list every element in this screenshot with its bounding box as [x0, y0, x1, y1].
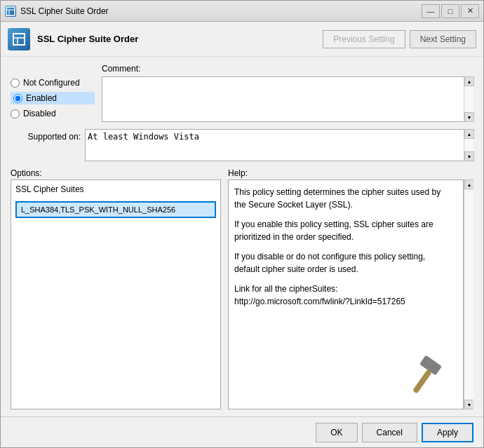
- supported-scroll-track: [464, 139, 473, 151]
- svg-rect-7: [412, 369, 432, 394]
- comment-section: Comment: ▲ ▼: [102, 64, 473, 122]
- window-controls: — □ ✕: [422, 4, 479, 18]
- svg-rect-3: [13, 34, 25, 45]
- ok-button[interactable]: OK: [316, 423, 357, 442]
- content-area: Not Configured Enabled Disabled Comment:…: [1, 57, 483, 416]
- supported-scroll-up[interactable]: ▲: [464, 129, 474, 139]
- help-panel: This policy setting determines the ciphe…: [228, 179, 473, 409]
- supported-textarea: [85, 129, 473, 161]
- footer: OK Cancel Apply: [1, 416, 483, 447]
- section-titles-row: Options: Help:: [11, 168, 473, 178]
- header-title: SSL Cipher Suite Order: [37, 34, 316, 44]
- help-scrollbar: ▲ ▼: [464, 179, 473, 409]
- supported-section: Supported on: ▲ ▼ // Populate supported …: [11, 129, 473, 161]
- supported-label: Supported on:: [11, 129, 81, 142]
- options-title-wrapper: Options:: [11, 168, 221, 178]
- options-panel: SSL Cipher Suites L_SHA384,TLS_PSK_WITH_…: [11, 179, 221, 409]
- options-content: SSL Cipher Suites L_SHA384,TLS_PSK_WITH_…: [11, 179, 221, 409]
- cipher-suites-label: SSL Cipher Suites: [15, 184, 216, 194]
- title-bar: SSL Cipher Suite Order — □ ✕: [1, 1, 483, 22]
- help-title-wrapper: Help:: [228, 168, 473, 178]
- disabled-label: Disabled: [23, 109, 56, 118]
- not-configured-label: Not Configured: [23, 78, 80, 88]
- close-button[interactable]: ✕: [461, 4, 479, 18]
- help-title: Help:: [228, 168, 248, 178]
- title-bar-left: SSL Cipher Suite Order: [5, 6, 109, 17]
- svg-rect-0: [6, 7, 15, 15]
- window-title: SSL Cipher Suite Order: [20, 6, 109, 16]
- disabled-radio[interactable]: [11, 109, 20, 118]
- help-content-wrapper: This policy setting determines the ciphe…: [228, 179, 473, 409]
- apply-button[interactable]: Apply: [422, 423, 473, 442]
- comment-wrapper: ▲ ▼: [102, 76, 473, 122]
- comment-scroll-up[interactable]: ▲: [464, 76, 474, 86]
- comment-scrollbar: ▲ ▼: [464, 76, 473, 122]
- disabled-radio-label[interactable]: Disabled: [11, 109, 95, 118]
- help-scroll-down[interactable]: ▼: [464, 400, 473, 409]
- comment-scroll-down[interactable]: ▼: [464, 112, 474, 122]
- minimize-button[interactable]: —: [422, 4, 440, 18]
- supported-wrapper: ▲ ▼ // Populate supported textarea docum…: [85, 129, 473, 161]
- enabled-radio[interactable]: [13, 94, 22, 103]
- help-para2: If you enable this policy setting, SSL c…: [234, 218, 449, 243]
- maximize-button[interactable]: □: [441, 4, 459, 18]
- supported-scrollbar: ▲ ▼: [464, 129, 473, 161]
- not-configured-radio[interactable]: [11, 79, 20, 88]
- previous-setting-button[interactable]: Previous Setting: [323, 30, 405, 48]
- header-bar: SSL Cipher Suite Order Previous Setting …: [1, 22, 483, 57]
- help-para3: If you disable or do not configure this …: [234, 250, 449, 276]
- help-scroll-up[interactable]: ▲: [464, 179, 473, 189]
- radio-group: Not Configured Enabled Disabled: [11, 64, 95, 122]
- not-configured-radio-label[interactable]: Not Configured: [11, 78, 95, 88]
- comment-label: Comment:: [102, 64, 473, 74]
- main-window: SSL Cipher Suite Order — □ ✕ SSL Cipher …: [0, 0, 484, 448]
- header-icon: [8, 28, 30, 50]
- next-setting-button[interactable]: Next Setting: [410, 30, 476, 48]
- enabled-label: Enabled: [26, 93, 57, 103]
- hammer-icon: [400, 354, 449, 403]
- top-section: Not Configured Enabled Disabled Comment:…: [11, 64, 473, 122]
- supported-scroll-down[interactable]: ▼: [464, 151, 474, 161]
- enabled-radio-label[interactable]: Enabled: [11, 92, 95, 104]
- cipher-input[interactable]: L_SHA384,TLS_PSK_WITH_NULL_SHA256: [15, 201, 216, 218]
- comment-scroll-track: [464, 86, 473, 112]
- help-para4: Link for all the cipherSuites: http://go…: [234, 283, 449, 308]
- header-buttons: Previous Setting Next Setting: [323, 30, 476, 48]
- help-content: This policy setting determines the ciphe…: [228, 179, 464, 409]
- window-icon: [5, 6, 16, 17]
- options-title: Options:: [11, 168, 42, 178]
- comment-textarea[interactable]: [102, 76, 473, 122]
- help-scroll-track: [464, 189, 473, 400]
- cancel-button[interactable]: Cancel: [362, 423, 417, 442]
- help-para1: This policy setting determines the ciphe…: [234, 186, 449, 211]
- middle-section: SSL Cipher Suites L_SHA384,TLS_PSK_WITH_…: [11, 179, 473, 409]
